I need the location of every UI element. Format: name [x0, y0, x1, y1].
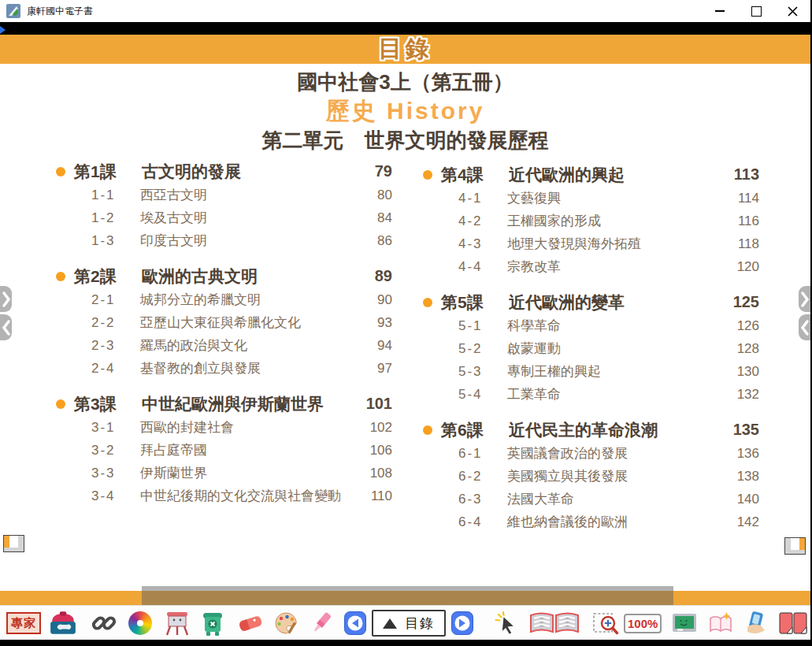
toc-sub-row[interactable]: 5-2啟蒙運動128 — [417, 340, 759, 358]
sub-page-number: 118 — [720, 235, 759, 253]
sub-section-number: 4-3 — [458, 235, 507, 253]
sub-section-number: 4-4 — [458, 258, 507, 276]
toc-sub-row[interactable]: 4-2王權國家的形成116 — [417, 212, 759, 230]
pointer-icon[interactable] — [491, 610, 521, 637]
titlebar-minimize-icon[interactable] — [702, 0, 738, 22]
next-page-button[interactable] — [450, 611, 474, 635]
easel-icon[interactable] — [162, 611, 192, 636]
lesson-label: 第2課 — [74, 265, 142, 287]
toc-sub-row[interactable]: 1-3印度古文明86 — [50, 232, 392, 250]
toc-banner-title: 目錄 — [379, 33, 432, 65]
eraser-icon[interactable] — [235, 611, 266, 635]
open-book-icon[interactable] — [526, 611, 583, 636]
toc-sub-row[interactable]: 6-1英國議會政治的發展136 — [417, 444, 759, 462]
trash-icon[interactable] — [198, 610, 227, 637]
toc-banner: 目錄 — [0, 35, 810, 64]
lesson-label: 第1課 — [74, 161, 142, 182]
sub-section-title: 西歐的封建社會 — [140, 418, 353, 436]
chalkboard-icon[interactable] — [669, 611, 699, 635]
hand-card-icon[interactable] — [742, 611, 770, 636]
sub-section-title: 英國議會政治的發展 — [507, 444, 720, 462]
toc-sub-row[interactable]: 2-3羅馬的政治與文化94 — [50, 336, 392, 355]
toc-sub-row[interactable]: 1-2埃及古文明84 — [50, 209, 392, 227]
left-edge-next-button[interactable] — [0, 286, 12, 312]
notebook-icon[interactable] — [706, 611, 736, 635]
toc-sub-row[interactable]: 4-1文藝復興114 — [417, 189, 759, 207]
sub-section-title: 專制王權的興起 — [507, 362, 720, 381]
toc-sub-row[interactable]: 5-3專制王權的興起130 — [417, 362, 759, 381]
lesson-bullet-icon — [423, 170, 432, 180]
color-wheel-icon[interactable] — [126, 611, 154, 635]
sub-section-number: 2-1 — [91, 291, 140, 309]
sub-section-title: 美國獨立與其後發展 — [507, 467, 720, 485]
sub-section-number: 1-1 — [91, 186, 140, 204]
toc-sub-row[interactable]: 2-1城邦分立的希臘文明90 — [50, 291, 392, 309]
sub-section-number: 5-3 — [458, 362, 507, 381]
two-page-view-icon[interactable] — [777, 611, 810, 635]
toolbox-icon[interactable] — [47, 611, 79, 636]
right-edge-next-button[interactable] — [799, 286, 810, 312]
subject-title: 歷史 History — [0, 96, 810, 126]
zoom-select-icon[interactable] — [591, 610, 621, 637]
palette-icon[interactable] — [271, 611, 301, 636]
toc-sub-row[interactable]: 1-1西亞古文明80 — [50, 186, 392, 204]
toc-sub-row[interactable]: 6-2美國獨立與其後發展138 — [417, 467, 759, 485]
expert-mode-button-left[interactable]: 專家 — [6, 612, 41, 634]
toc-lesson-row[interactable]: 第4課近代歐洲的興起113 — [417, 164, 759, 185]
sub-page-number: 142 — [720, 513, 759, 531]
left-edge-prev-button[interactable] — [0, 314, 12, 340]
toc-sub-row[interactable]: 5-1科學革命126 — [417, 317, 759, 335]
toc-lesson-row[interactable]: 第2課歐洲的古典文明89 — [50, 265, 392, 287]
toc-sub-row[interactable]: 3-3伊斯蘭世界108 — [50, 464, 392, 482]
lesson-label: 第5課 — [441, 291, 509, 313]
sub-section-title: 啟蒙運動 — [507, 340, 720, 358]
window-titlebar: 康軒國中電子書 — [0, 0, 810, 22]
sub-section-title: 城邦分立的希臘文明 — [140, 291, 353, 309]
marker-icon[interactable] — [307, 611, 336, 636]
toc-sub-row[interactable]: 4-3地理大發現與海外拓殖118 — [417, 235, 759, 253]
right-edge-prev-button[interactable] — [799, 314, 810, 340]
sub-section-number: 2-2 — [91, 314, 140, 332]
sub-page-number: 126 — [720, 317, 759, 335]
lesson-bullet-icon — [423, 298, 432, 307]
sub-section-number: 5-1 — [458, 317, 507, 335]
sub-page-number: 130 — [720, 362, 759, 381]
toc-sub-row[interactable]: 6-3法國大革命140 — [417, 490, 759, 508]
sub-section-title: 宗教改革 — [507, 258, 720, 276]
toc-lesson-row[interactable]: 第5課近代歐洲的變革125 — [417, 291, 759, 313]
sub-section-title: 王權國家的形成 — [507, 212, 720, 230]
sub-page-number: 108 — [353, 464, 392, 482]
toc-sub-row[interactable]: 2-4基督教的創立與發展97 — [50, 359, 392, 377]
sub-page-number: 80 — [353, 186, 392, 204]
toc-sub-row[interactable]: 2-2亞歷山大東征與希臘化文化93 — [50, 314, 392, 332]
sub-page-number: 136 — [720, 444, 759, 462]
toc-sub-row[interactable]: 6-4維也納會議後的歐洲142 — [417, 513, 759, 531]
sub-section-number: 6-4 — [458, 513, 507, 531]
corner-flip-right-icon[interactable] — [784, 537, 806, 558]
titlebar-close-icon[interactable] — [774, 0, 810, 22]
toc-sub-row[interactable]: 3-2拜占庭帝國106 — [50, 441, 392, 459]
toc-sub-row[interactable]: 3-4中世紀後期的文化交流與社會變動110 — [50, 487, 392, 505]
toc-sub-row[interactable]: 4-4宗教改革120 — [417, 258, 759, 276]
corner-flip-left-icon[interactable] — [3, 535, 24, 555]
sub-section-number: 4-1 — [458, 189, 507, 207]
toc-lesson-row[interactable]: 第3課中世紀歐洲與伊斯蘭世界101 — [50, 393, 392, 414]
sub-section-title: 地理大發現與海外拓殖 — [507, 235, 720, 253]
toc-column: 第4課近代歐洲的興起1134-1文藝復興1144-2王權國家的形成1164-3地… — [417, 164, 759, 547]
toc-lesson-row[interactable]: 第6課近代民主的革命浪潮135 — [417, 419, 759, 440]
toc-sub-row[interactable]: 5-4工業革命132 — [417, 385, 759, 403]
toc-sub-row[interactable]: 3-1西歐的封建社會102 — [50, 418, 392, 436]
link-icon[interactable] — [90, 611, 118, 636]
toc-lesson-block: 第5課近代歐洲的變革1255-1科學革命1265-2啟蒙運動1285-3專制王權… — [417, 291, 759, 403]
scrollbar-thumb[interactable] — [142, 586, 673, 605]
lesson-title: 近代歐洲的變革 — [509, 291, 720, 313]
prev-page-button[interactable] — [343, 611, 367, 635]
zoom-level-indicator[interactable]: 100% — [624, 614, 662, 633]
sub-page-number: 90 — [353, 291, 392, 309]
page-selector[interactable]: 目錄 — [372, 610, 446, 637]
sub-page-number: 86 — [353, 232, 392, 250]
selector-up-triangle-icon — [383, 618, 397, 629]
titlebar-maximize-icon[interactable] — [738, 0, 774, 22]
toc-lesson-row[interactable]: 第1課古文明的發展79 — [50, 161, 392, 182]
unit-title: 第二單元 世界文明的發展歷程 — [0, 126, 810, 154]
